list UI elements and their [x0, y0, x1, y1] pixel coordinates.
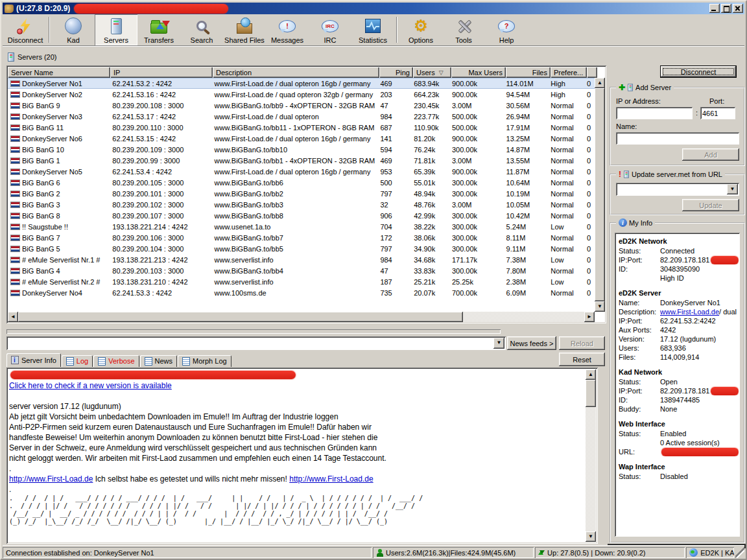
list-horizontal-scrollbar[interactable]: ◄ ►	[8, 312, 595, 322]
options-icon: ⚙	[410, 16, 432, 36]
toolbar-transfers[interactable]: Transfers	[137, 14, 180, 45]
resize-grip[interactable]	[735, 547, 744, 558]
column-header[interactable]: Files	[506, 67, 551, 78]
table-row[interactable]: BiG BanG 180.239.200.99 : 3000www.BiGBan…	[8, 155, 595, 166]
news-progress-bar	[6, 329, 501, 334]
reload-button[interactable]: Reload	[559, 336, 605, 350]
tab-morph-log[interactable]: Morph Log	[178, 355, 231, 367]
table-row[interactable]: DonkeyServer No162.241.53.2 : 4242www.Fi…	[8, 78, 595, 89]
info-section-title: Wap Interface	[619, 462, 739, 472]
toolbar-servers[interactable]: Servers	[95, 14, 137, 45]
server-table-body: DonkeyServer No162.241.53.2 : 4242www.Fi…	[8, 78, 595, 312]
column-header[interactable]	[587, 67, 597, 78]
table-row[interactable]: DonkeyServer No562.241.53.4 : 4242www.Fi…	[8, 166, 595, 177]
tab-log[interactable]: Log	[62, 355, 93, 367]
chevron-down-icon[interactable]: ▼	[727, 184, 738, 194]
news-feed-input[interactable]	[8, 338, 491, 349]
text-link[interactable]: http://www.First-Load.de	[9, 474, 93, 484]
irc-icon: IRC	[319, 16, 341, 36]
table-row[interactable]: BiG BanG 780.239.200.106 : 3000www.BiGBa…	[8, 232, 595, 243]
table-row[interactable]: !! Saugstube !!193.138.221.214 : 4242www…	[8, 221, 595, 232]
text-vertical-scrollbar[interactable]: ▲ ▼	[586, 369, 596, 542]
table-row[interactable]: BiG BanG 980.239.200.108 : 3000www.BiGBa…	[8, 100, 595, 111]
tab-verbose[interactable]: Verbose	[93, 355, 139, 367]
minimize-button[interactable]	[709, 4, 720, 13]
table-row[interactable]: DonkeyServer No662.241.53.15 : 4242www.F…	[8, 133, 595, 144]
news-feeds-button[interactable]: News feeds >	[507, 336, 556, 350]
toolbar-tools[interactable]: Tools	[442, 14, 485, 45]
column-header[interactable]: Users▽	[413, 67, 451, 78]
column-header[interactable]: Prefere...	[551, 67, 587, 78]
verbose-tab-icon	[98, 357, 106, 366]
search-icon	[191, 16, 213, 36]
description-link[interactable]: www.First-Load.de	[660, 307, 719, 316]
table-row[interactable]: # eMule Serverlist Nr.2 #193.138.231.210…	[8, 276, 595, 287]
toolbar-disconnect[interactable]: Disconnect	[4, 14, 47, 45]
table-row[interactable]: BiG BanG 1180.239.200.110 : 3000www.BiGB…	[8, 122, 595, 133]
text-link[interactable]: Click here to check if a new version is …	[9, 381, 172, 390]
port-label: Port:	[709, 97, 724, 105]
info-section-title: eD2K Server	[619, 288, 739, 298]
update-button[interactable]: Update	[682, 199, 739, 211]
toolbar-options[interactable]: ⚙ Options	[399, 14, 442, 45]
table-row[interactable]: DonkeyServer No262.241.53.16 : 4242www.F…	[8, 89, 595, 100]
table-header-row: Server NameIPDescriptionPingUsers▽Max Us…	[8, 67, 605, 78]
status-connection: Connection established on: DonkeyServer …	[3, 547, 372, 558]
redaction-blob	[711, 256, 739, 264]
toolbar-kad[interactable]: Kad	[52, 14, 95, 45]
table-row[interactable]: BiG BanG 1080.239.200.109 : 3000www.BiGB…	[8, 144, 595, 155]
scroll-up-arrow[interactable]: ▲	[595, 78, 605, 88]
info-row: IP:Port:82.209.178.181	[619, 386, 739, 395]
toolbar-messages[interactable]: ! Messages	[266, 14, 309, 45]
info-section-title: eD2K Network	[619, 237, 739, 246]
restore-button[interactable]	[721, 4, 731, 13]
toolbar-help[interactable]: ? Help	[485, 14, 528, 45]
scroll-down-arrow[interactable]: ▼	[586, 531, 596, 542]
disconnect-button[interactable]: Disconnect	[660, 65, 737, 78]
table-row[interactable]: BiG BanG 280.239.200.101 : 3000www.BiGBa…	[8, 188, 595, 199]
table-row[interactable]: BiG BanG 380.239.200.102 : 3000www.BiGBa…	[8, 199, 595, 210]
table-row[interactable]: DonkeyServer No362.241.53.17 : 4242www.F…	[8, 111, 595, 122]
reset-button[interactable]: Reset	[559, 353, 605, 366]
close-button[interactable]	[733, 4, 743, 13]
update-url-input[interactable]	[617, 184, 724, 194]
info-row: ID:3048395090	[619, 264, 739, 274]
text-link[interactable]: http://www.First-Load.de	[289, 474, 373, 484]
toolbar-shared-files[interactable]: Shared Files	[223, 14, 266, 45]
scroll-right-arrow[interactable]: ►	[584, 312, 595, 322]
column-header[interactable]: Description	[213, 67, 379, 78]
update-url-combobox[interactable]: ▼	[616, 183, 739, 196]
scroll-left-arrow[interactable]: ◄	[8, 312, 18, 322]
column-header[interactable]: Server Name	[8, 67, 110, 78]
info-row: High ID	[619, 274, 739, 283]
morph-log-tab-icon	[182, 357, 190, 366]
scroll-down-arrow[interactable]: ▼	[595, 301, 605, 312]
tab-server-info[interactable]: Server Info	[6, 353, 61, 367]
table-row[interactable]: BiG BanG 480.239.200.103 : 3000www.BiGBa…	[8, 265, 595, 276]
table-row[interactable]: DonkeyServer No462.241.53.3 : 4242www.10…	[8, 287, 595, 298]
scroll-up-arrow[interactable]: ▲	[586, 369, 596, 380]
messages-icon: !	[276, 16, 298, 36]
table-row[interactable]: BiG BanG 680.239.200.105 : 3000www.BiGBa…	[8, 177, 595, 188]
info-row: Aux Ports:4242	[619, 325, 739, 334]
kad-icon	[62, 16, 84, 36]
column-header[interactable]: IP	[110, 67, 213, 78]
country-flag-icon	[10, 279, 20, 285]
list-vertical-scrollbar[interactable]: ▲ ▼	[595, 78, 605, 312]
tab-news[interactable]: News	[140, 355, 178, 367]
add-button[interactable]: Add	[682, 148, 739, 161]
toolbar-search[interactable]: Search	[180, 14, 223, 45]
toolbar-statistics[interactable]: Statistics	[351, 14, 394, 45]
server-name-field[interactable]	[616, 132, 739, 145]
column-header[interactable]: Ping	[379, 67, 413, 78]
add-server-icon: ✚	[619, 83, 625, 92]
table-row[interactable]: # eMule Serverlist Nr.1 #193.138.221.213…	[8, 254, 595, 265]
table-row[interactable]: BiG BanG 880.239.200.107 : 3000www.BiGBa…	[8, 210, 595, 221]
port-field[interactable]	[700, 107, 735, 119]
chevron-down-icon[interactable]: ▼	[493, 338, 504, 349]
column-header[interactable]: Max Users	[451, 67, 506, 78]
ip-address-field[interactable]	[616, 107, 693, 119]
toolbar-irc[interactable]: IRC IRC	[309, 14, 351, 45]
table-row[interactable]: BiG BanG 580.239.200.104 : 3000www.BiGBa…	[8, 243, 595, 254]
news-feed-combobox[interactable]: ▼	[6, 336, 506, 350]
